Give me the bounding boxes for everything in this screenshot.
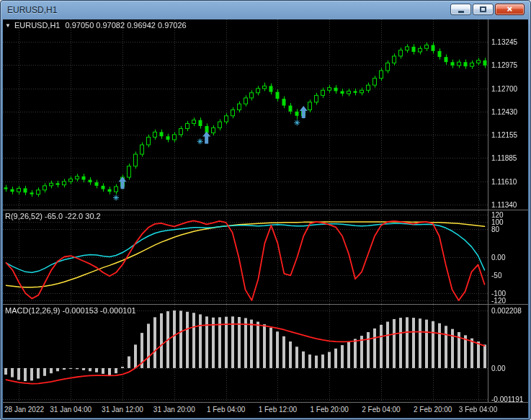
scale-label: 1.12155 — [491, 131, 517, 139]
minimize-icon — [458, 11, 464, 13]
window-titlebar[interactable]: EURUSD,H1 ✕ — [1, 1, 530, 19]
macd-scale[interactable]: 0.0022080.00-0.001191 — [488, 305, 528, 402]
symbol-period-text: EURUSD,H1 — [14, 21, 61, 30]
time-axis-label: 1 Feb 20:00 — [310, 406, 348, 414]
chart-content: ▼EURUSD,H10.97050 0.97082 0.96942 0.9702… — [3, 19, 528, 418]
window-title: EURUSD,H1 — [7, 5, 57, 15]
oscillator-label: R(9,26,52) -65.0 -22.0 30.2 — [5, 212, 101, 220]
time-axis-label: 31 Jan 20:00 — [153, 406, 195, 414]
scale-label: 80 — [491, 225, 499, 233]
time-axis-label: 3 Feb 04:00 — [459, 406, 497, 414]
scale-label: 1.11610 — [491, 177, 517, 185]
oscillator-canvas[interactable] — [3, 210, 528, 304]
macd-label: MACD(12,26,9) -0.000153 -0.000101 — [5, 306, 136, 315]
scale-label: 1.12975 — [491, 61, 517, 69]
price-scale[interactable]: 1.132451.129751.127001.124301.121551.118… — [488, 19, 528, 210]
scale-label: -50 — [491, 272, 501, 280]
minimize-button[interactable] — [450, 4, 471, 15]
maximize-icon — [480, 6, 486, 12]
time-axis-label: 1 Feb 04:00 — [207, 406, 245, 414]
macd-canvas[interactable] — [3, 305, 528, 402]
scale-label: -0.001191 — [491, 396, 523, 402]
symbol-ohlc-label: ▼EURUSD,H10.97050 0.97082 0.96942 0.9702… — [5, 21, 187, 30]
close-icon: ✕ — [507, 6, 512, 13]
ohlc-values: 0.97050 0.97082 0.96942 0.97026 — [66, 21, 187, 30]
window-controls: ✕ — [450, 4, 525, 15]
time-axis-label: 2 Feb 04:00 — [362, 406, 400, 414]
scale-label: -120 — [491, 297, 506, 304]
scale-label: 1.12430 — [491, 107, 517, 115]
scale-label: 0.002208 — [491, 307, 522, 315]
time-axis-label: 1 Feb 12:00 — [259, 406, 297, 414]
macd-panel: MACD(12,26,9) -0.000153 -0.000101 0.0022… — [3, 305, 528, 402]
scale-label: 1.13245 — [491, 38, 517, 46]
scale-label: 1.11340 — [491, 200, 517, 208]
scale-label: 0.00 — [491, 254, 505, 262]
chart-dropdown-icon[interactable]: ▼ — [5, 22, 11, 29]
time-axis[interactable]: 28 Jan 202231 Jan 04:0031 Jan 12:0031 Ja… — [3, 402, 528, 418]
price-chart-canvas[interactable] — [3, 19, 528, 210]
scale-label: 0.00 — [491, 364, 505, 372]
time-axis-label: 28 Jan 2022 — [4, 406, 44, 414]
scale-label: 1.11885 — [491, 154, 517, 162]
time-axis-label: 31 Jan 12:00 — [102, 406, 143, 414]
scale-label: 1.12700 — [491, 84, 517, 92]
price-panel: ▼EURUSD,H10.97050 0.97082 0.96942 0.9702… — [3, 19, 528, 210]
time-axis-label: 31 Jan 04:00 — [50, 406, 92, 414]
time-axis-label: 2 Feb 20:00 — [414, 406, 452, 414]
close-button[interactable]: ✕ — [495, 4, 525, 15]
oscillator-scale[interactable]: 120100800.00-50-100-120 — [488, 210, 528, 304]
maximize-button[interactable] — [473, 4, 494, 15]
chart-window: EURUSD,H1 ✕ ▼EURUSD,H10.97050 0.97082 0.… — [0, 0, 531, 420]
oscillator-panel: R(9,26,52) -65.0 -22.0 30.2 120100800.00… — [3, 210, 528, 304]
